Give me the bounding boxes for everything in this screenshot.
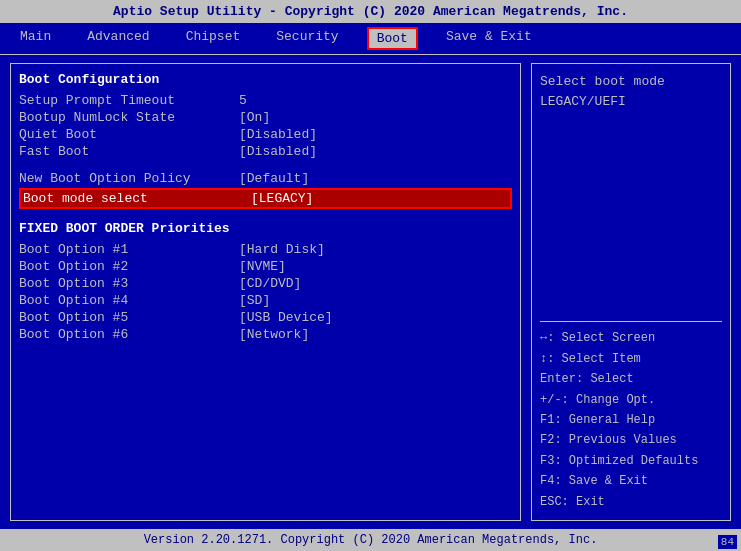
menu-bar: Main Advanced Chipset Security Boot Save… (0, 23, 741, 55)
key-f4: F4: Save & Exit (540, 471, 722, 491)
row-new-boot-policy[interactable]: New Boot Option Policy [Default] (19, 171, 512, 186)
row-numlock-value: [On] (239, 110, 270, 125)
row-boot-opt2-label: Boot Option #2 (19, 259, 239, 274)
row-fast-boot-label: Fast Boot (19, 144, 239, 159)
row-boot-opt4-value: [SD] (239, 293, 270, 308)
row-fast-boot[interactable]: Fast Boot [Disabled] (19, 144, 512, 159)
row-boot-opt3-value: [CD/DVD] (239, 276, 301, 291)
key-help: ↔: Select Screen ↕: Select Item Enter: S… (540, 321, 722, 512)
menu-item-chipset[interactable]: Chipset (178, 27, 249, 50)
footer: Version 2.20.1271. Copyright (C) 2020 Am… (0, 529, 741, 551)
key-change-opt: +/-: Change Opt. (540, 390, 722, 410)
key-select-item: ↕: Select Item (540, 349, 722, 369)
row-new-boot-policy-value: [Default] (239, 171, 309, 186)
row-boot-opt6-label: Boot Option #6 (19, 327, 239, 342)
row-quiet-boot[interactable]: Quiet Boot [Disabled] (19, 127, 512, 142)
row-setup-prompt-value: 5 (239, 93, 247, 108)
row-numlock-label: Bootup NumLock State (19, 110, 239, 125)
row-boot-opt4-label: Boot Option #4 (19, 293, 239, 308)
row-boot-mode-label: Boot mode select (23, 191, 243, 206)
row-quiet-boot-label: Quiet Boot (19, 127, 239, 142)
title-bar: Aptio Setup Utility - Copyright (C) 2020… (0, 0, 741, 23)
row-boot-opt5-value: [USB Device] (239, 310, 333, 325)
menu-item-advanced[interactable]: Advanced (79, 27, 157, 50)
row-fast-boot-value: [Disabled] (239, 144, 317, 159)
right-panel: Select boot mode LEGACY/UEFI ↔: Select S… (531, 63, 731, 521)
key-f2: F2: Previous Values (540, 430, 722, 450)
row-numlock[interactable]: Bootup NumLock State [On] (19, 110, 512, 125)
row-setup-prompt[interactable]: Setup Prompt Timeout 5 (19, 93, 512, 108)
left-panel: Boot Configuration Setup Prompt Timeout … (10, 63, 521, 521)
row-new-boot-policy-label: New Boot Option Policy (19, 171, 239, 186)
row-boot-opt1-value: [Hard Disk] (239, 242, 325, 257)
content-area: Boot Configuration Setup Prompt Timeout … (0, 55, 741, 529)
row-boot-opt3-label: Boot Option #3 (19, 276, 239, 291)
row-boot-opt6-value: [Network] (239, 327, 309, 342)
key-f3: F3: Optimized Defaults (540, 451, 722, 471)
row-boot-opt2-value: [NVME] (239, 259, 286, 274)
help-text: Select boot mode LEGACY/UEFI (540, 72, 722, 315)
row-boot-opt5-label: Boot Option #5 (19, 310, 239, 325)
help-line1: Select boot mode (540, 72, 722, 92)
row-boot-opt5[interactable]: Boot Option #5 [USB Device] (19, 310, 512, 325)
row-boot-opt6[interactable]: Boot Option #6 [Network] (19, 327, 512, 342)
row-boot-opt1[interactable]: Boot Option #1 [Hard Disk] (19, 242, 512, 257)
menu-item-boot[interactable]: Boot (367, 27, 418, 50)
row-boot-mode-select[interactable]: Boot mode select [LEGACY] (19, 188, 512, 209)
row-quiet-boot-value: [Disabled] (239, 127, 317, 142)
key-enter: Enter: Select (540, 369, 722, 389)
row-boot-opt4[interactable]: Boot Option #4 [SD] (19, 293, 512, 308)
key-select-screen: ↔: Select Screen (540, 328, 722, 348)
key-esc: ESC: Exit (540, 492, 722, 512)
fixed-boot-title: FIXED BOOT ORDER Priorities (19, 221, 512, 236)
row-boot-opt1-label: Boot Option #1 (19, 242, 239, 257)
footer-text: Version 2.20.1271. Copyright (C) 2020 Am… (144, 533, 598, 547)
menu-item-security[interactable]: Security (268, 27, 346, 50)
row-boot-opt3[interactable]: Boot Option #3 [CD/DVD] (19, 276, 512, 291)
row-setup-prompt-label: Setup Prompt Timeout (19, 93, 239, 108)
menu-item-main[interactable]: Main (12, 27, 59, 50)
row-boot-mode-value: [LEGACY] (251, 191, 313, 206)
footer-corner: 84 (718, 535, 737, 549)
row-boot-opt2[interactable]: Boot Option #2 [NVME] (19, 259, 512, 274)
menu-item-save-exit[interactable]: Save & Exit (438, 27, 540, 50)
help-line2: LEGACY/UEFI (540, 92, 722, 112)
title-text: Aptio Setup Utility - Copyright (C) 2020… (113, 4, 628, 19)
key-f1: F1: General Help (540, 410, 722, 430)
boot-config-title: Boot Configuration (19, 72, 512, 87)
